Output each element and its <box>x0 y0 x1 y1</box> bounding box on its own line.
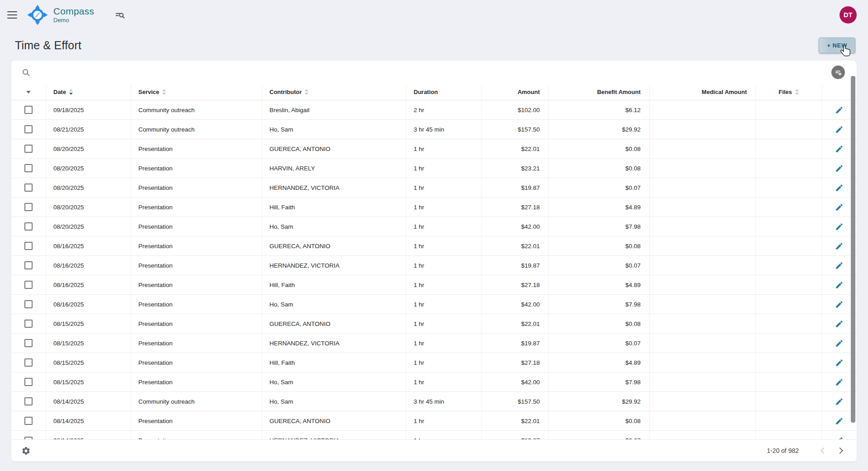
pagination-prev-button[interactable] <box>818 446 828 456</box>
edit-row-button[interactable] <box>835 281 844 289</box>
edit-row-button[interactable] <box>835 261 844 270</box>
row-checkbox[interactable] <box>24 339 33 347</box>
row-checkbox[interactable] <box>24 397 33 405</box>
search-input[interactable] <box>31 61 831 84</box>
table-row[interactable]: 08/20/2025PresentationHERNANDEZ, VICTORI… <box>11 178 857 198</box>
edit-row-button[interactable] <box>835 300 844 309</box>
table-row[interactable]: 08/15/2025PresentationHERNANDEZ, VICTORI… <box>11 334 857 353</box>
edit-row-button[interactable] <box>835 358 844 367</box>
cell-files <box>756 334 822 353</box>
hamburger-menu-icon[interactable] <box>7 11 17 19</box>
table-row[interactable]: 08/14/2025PresentationGUERECA, ANTONIO1 … <box>11 411 857 431</box>
cell-duration: 1 hr <box>406 372 482 391</box>
cell-duration: 1 hr <box>406 178 482 197</box>
table-row[interactable]: 08/21/2025Community outreachHo, Sam3 hr … <box>11 120 857 139</box>
table-row[interactable]: 08/16/2025PresentationHo, Sam1 hr$42.00$… <box>11 295 857 314</box>
table-row[interactable]: 08/16/2025PresentationGUERECA, ANTONIO1 … <box>11 236 857 256</box>
cell-benefit_amount: $7.98 <box>549 217 650 236</box>
vertical-scrollbar-thumb[interactable] <box>851 76 855 423</box>
row-checkbox[interactable] <box>24 203 33 211</box>
edit-row-button[interactable] <box>835 378 844 386</box>
sort-arrows-icon <box>162 89 166 95</box>
edit-row-button[interactable] <box>835 106 844 114</box>
row-checkbox[interactable] <box>24 378 33 386</box>
cell-benefit_amount: $0.07 <box>549 178 650 197</box>
cell-medical_amount <box>650 431 756 439</box>
avatar[interactable]: DT <box>840 6 857 24</box>
cell-benefit_amount: $0.08 <box>549 236 650 255</box>
new-button[interactable]: + NEW <box>819 38 855 53</box>
cell-files <box>756 178 822 197</box>
column-header-label: Files <box>778 89 792 95</box>
column-header-contributor[interactable]: Contributor <box>262 84 406 100</box>
cell-service: Community outreach <box>131 120 262 139</box>
column-header-date[interactable]: Date <box>46 84 131 100</box>
cell-medical_amount <box>650 120 756 139</box>
row-checkbox[interactable] <box>24 164 33 172</box>
row-checkbox[interactable] <box>24 145 33 153</box>
table-row[interactable]: 08/20/2025PresentationHill, Faith1 hr$27… <box>11 198 857 217</box>
edit-row-button[interactable] <box>835 145 844 153</box>
table-row[interactable]: 08/15/2025PresentationHo, Sam1 hr$42.00$… <box>11 372 857 392</box>
row-checkbox[interactable] <box>24 125 33 133</box>
row-checkbox[interactable] <box>24 320 33 328</box>
row-checkbox[interactable] <box>24 300 33 308</box>
page-title: Time & Effort <box>15 39 81 52</box>
column-header-service[interactable]: Service <box>131 84 262 100</box>
row-checkbox[interactable] <box>24 358 33 367</box>
table-row[interactable]: 08/16/2025PresentationHERNANDEZ, VICTORI… <box>11 256 857 275</box>
edit-row-button[interactable] <box>835 125 844 134</box>
manage-search-icon[interactable] <box>115 10 125 20</box>
edit-row-button[interactable] <box>835 222 844 231</box>
edit-row-button[interactable] <box>835 417 844 425</box>
row-checkbox[interactable] <box>24 261 33 269</box>
edit-row-button[interactable] <box>835 184 844 192</box>
edit-row-button[interactable] <box>835 397 844 406</box>
cell-duration: 1 hr <box>406 411 482 430</box>
cell-amount: $42.00 <box>482 372 549 391</box>
table-header-row: DateServiceContributorDurationAmountBene… <box>11 84 857 100</box>
edit-row-button[interactable] <box>835 320 844 328</box>
table-row[interactable]: 08/14/2025Community outreachHo, Sam3 hr … <box>11 392 857 411</box>
table-row[interactable]: 08/20/2025PresentationGUERECA, ANTONIO1 … <box>11 139 857 159</box>
edit-row-button[interactable] <box>835 436 844 439</box>
cell-contributor: Ho, Sam <box>262 372 406 391</box>
row-checkbox[interactable] <box>24 106 33 114</box>
table-row[interactable]: 08/20/2025PresentationHARVIN, ARELY1 hr$… <box>11 159 857 178</box>
table-row[interactable]: 08/20/2025PresentationHo, Sam1 hr$42.00$… <box>11 217 857 236</box>
row-checkbox[interactable] <box>24 417 33 425</box>
settings-gear-button[interactable] <box>21 446 31 456</box>
cell-contributor: HERNANDEZ, VICTORIA <box>262 431 406 439</box>
row-select-cell <box>11 334 46 353</box>
row-checkbox[interactable] <box>24 281 33 289</box>
add-filter-button[interactable] <box>831 66 845 79</box>
edit-row-button[interactable] <box>835 339 844 348</box>
table-row[interactable]: 08/14/2025PresentationHERNANDEZ, VICTORI… <box>11 431 857 439</box>
edit-row-button[interactable] <box>835 242 844 250</box>
row-checkbox[interactable] <box>24 242 33 250</box>
column-header-files[interactable]: Files <box>756 84 822 100</box>
cell-service: Presentation <box>131 353 262 372</box>
table-row[interactable]: 08/15/2025PresentationGUERECA, ANTONIO1 … <box>11 314 857 334</box>
cell-contributor: GUERECA, ANTONIO <box>262 411 406 430</box>
table-row[interactable]: 08/15/2025PresentationHill, Faith1 hr$27… <box>11 353 857 372</box>
cell-files <box>756 372 822 391</box>
table-row[interactable]: 09/18/2025Community outreachBreslin, Abi… <box>11 100 857 120</box>
sort-arrows-icon <box>305 89 308 95</box>
cell-contributor: Hill, Faith <box>262 198 406 217</box>
column-header-label: Contributor <box>269 89 302 95</box>
row-checkbox[interactable] <box>24 184 33 192</box>
cell-amount: $157.50 <box>482 120 549 139</box>
pencil-icon <box>835 184 844 192</box>
cell-amount: $19.87 <box>482 334 549 353</box>
cell-date: 08/16/2025 <box>46 295 131 314</box>
table-row[interactable]: 08/16/2025PresentationHill, Faith1 hr$27… <box>11 275 857 295</box>
topbar: Compass Demo DT <box>0 0 868 30</box>
cell-medical_amount <box>650 100 756 119</box>
edit-row-button[interactable] <box>835 203 844 212</box>
cell-contributor: HERNANDEZ, VICTORIA <box>262 256 406 275</box>
row-checkbox[interactable] <box>24 222 33 231</box>
pagination-next-button[interactable] <box>836 446 846 456</box>
select-all-caret-icon[interactable] <box>26 91 31 94</box>
edit-row-button[interactable] <box>835 164 844 173</box>
